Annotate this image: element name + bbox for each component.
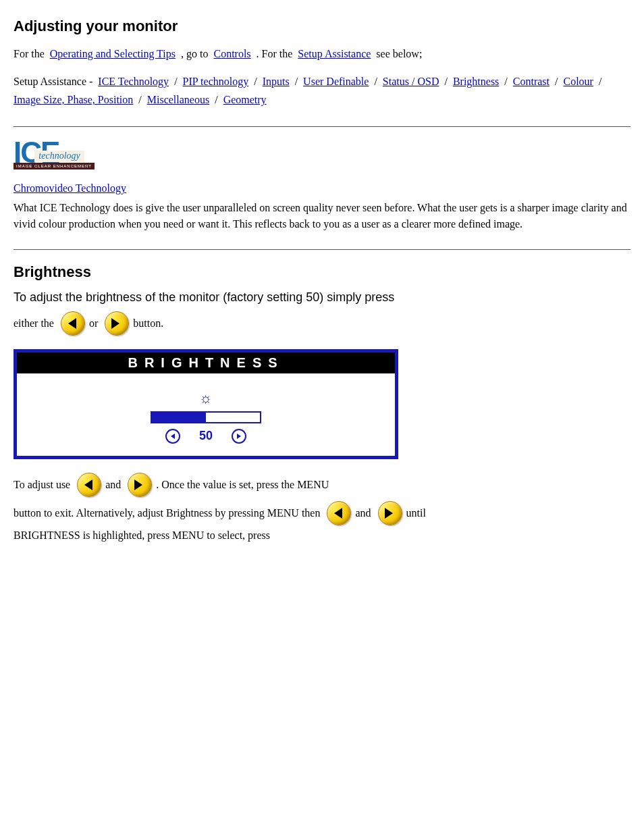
text: button to exit. Alternatively, adjust Br… (14, 507, 320, 519)
link-user-definable[interactable]: User Definable (303, 76, 369, 87)
link-miscellaneous[interactable]: Miscellaneous (147, 94, 209, 105)
ice-logo-sub: technology (34, 151, 84, 162)
left-arrow-button[interactable] (77, 473, 101, 497)
left-arrow-icon (334, 508, 342, 519)
link-image-size[interactable]: Image Size, Phase, Position (14, 94, 133, 105)
left-arrow-button[interactable] (61, 311, 85, 336)
right-arrow-button[interactable] (105, 311, 129, 336)
link-colour[interactable]: Colour (563, 76, 593, 87)
text: . For the (257, 48, 296, 59)
text: see below; (376, 48, 422, 59)
right-arrow-button[interactable] (128, 473, 152, 497)
link-pip-technology[interactable]: PIP technology (183, 76, 249, 87)
divider (14, 249, 630, 250)
text: either the (14, 317, 54, 330)
ice-description: What ICE Technology does is give the use… (14, 200, 630, 232)
slash: / (138, 94, 141, 105)
slash: / (254, 76, 257, 87)
divider (14, 126, 630, 127)
right-arrow-icon (385, 508, 393, 519)
ice-logo-block: ICE technology IMAGE CLEAR ENHANCEMENT (14, 139, 630, 171)
right-arrow-icon (134, 479, 142, 490)
slash: / (174, 76, 177, 87)
link-geometry[interactable]: Geometry (223, 94, 267, 105)
slash: / (374, 76, 377, 87)
text: button. (133, 317, 163, 330)
setup-list: Setup Assistance - ICE Technology / PIP … (14, 72, 630, 109)
link-status-osd[interactable]: Status / OSD (383, 76, 439, 87)
brightness-intro: To adjust the brightness of the monitor … (14, 288, 630, 307)
text: BRIGHTNESS is highlighted, press MENU to… (14, 529, 270, 542)
text: and (105, 479, 121, 491)
text: . Once the value is set, press the MENU (156, 479, 329, 491)
link-inputs[interactable]: Inputs (263, 76, 290, 87)
text: or (89, 317, 98, 330)
text: , go to (181, 48, 211, 59)
link-contrast[interactable]: Contrast (513, 76, 549, 87)
page-title: Adjusting your monitor (14, 18, 630, 35)
link-operating-tips[interactable]: Operating and Selecting Tips (50, 48, 176, 59)
link-chromovideo[interactable]: Chromovideo Technology (14, 182, 126, 194)
slash: / (599, 76, 601, 87)
right-arrow-icon (111, 318, 119, 329)
osd-brightness-panel: BRIGHTNESS ☼ 50 (14, 349, 398, 459)
right-arrow-button[interactable] (378, 501, 402, 525)
osd-value: 50 (199, 429, 213, 443)
link-controls[interactable]: Controls (213, 48, 250, 59)
text: For the (14, 48, 47, 59)
setup-prefix: Setup Assistance - (14, 76, 92, 87)
slash: / (504, 76, 507, 87)
slash: / (215, 94, 217, 105)
link-ice-technology[interactable]: ICE Technology (98, 76, 169, 87)
osd-right-arrow-icon (232, 429, 246, 444)
osd-left-arrow-icon (165, 429, 180, 444)
link-setup-assistance[interactable]: Setup Assistance (298, 48, 371, 59)
left-arrow-icon (84, 479, 92, 490)
slash: / (444, 76, 447, 87)
left-arrow-button[interactable] (327, 501, 351, 525)
slash: / (295, 76, 298, 87)
brightness-sun-icon: ☼ (199, 390, 213, 407)
brightness-progress-bar (151, 411, 261, 423)
brightness-heading: Brightness (14, 263, 630, 281)
link-brightness[interactable]: Brightness (453, 76, 499, 87)
left-arrow-icon (68, 318, 76, 329)
brightness-progress-fill (152, 413, 206, 422)
text: until (406, 507, 426, 519)
intro-line: For the Operating and Selecting Tips , g… (14, 45, 630, 63)
slash: / (555, 76, 558, 87)
osd-title: BRIGHTNESS (17, 353, 395, 373)
text: and (355, 507, 371, 519)
text: To adjust use (14, 479, 70, 491)
